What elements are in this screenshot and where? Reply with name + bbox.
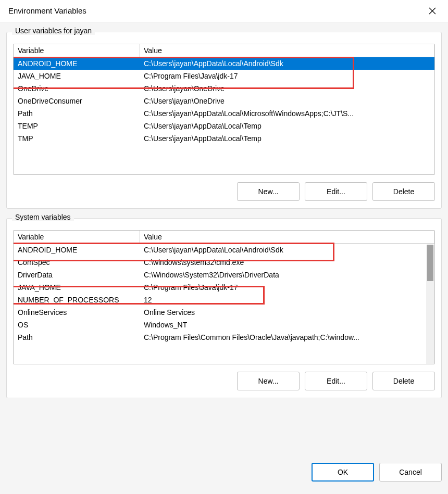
- table-row[interactable]: OneDriveConsumerC:\Users\jayan\OneDrive: [14, 95, 434, 107]
- cell-variable: ComSpec: [14, 256, 140, 269]
- cell-variable: Path: [14, 331, 140, 344]
- close-icon: [429, 7, 436, 15]
- dialog-title: Environment Variables: [8, 6, 86, 15]
- table-row[interactable]: DriverDataC:\Windows\System32\Drivers\Dr…: [14, 269, 434, 281]
- table-row[interactable]: OnlineServicesOnline Services: [14, 306, 434, 319]
- cell-variable: DriverData: [14, 269, 140, 281]
- cell-variable: OneDrive: [14, 82, 140, 95]
- table-row[interactable]: PathC:\Users\jayan\AppData\Local\Microso…: [14, 107, 434, 120]
- cell-variable: TMP: [14, 132, 140, 145]
- system-variables-group: System variables Variable Value ANDROID_…: [6, 218, 442, 398]
- cell-variable: ANDROID_HOME: [14, 244, 140, 256]
- cell-variable: TEMP: [14, 120, 140, 132]
- cell-variable: ANDROID_HOME: [14, 57, 140, 70]
- cell-value: C:\Users\jayan\AppData\Local\Android\Sdk: [140, 244, 434, 256]
- cell-value: C:\Users\jayan\OneDrive: [140, 95, 434, 107]
- system-button-row: New... Edit... Delete: [13, 372, 435, 390]
- table-row[interactable]: OneDriveC:\Users\jayan\OneDrive: [14, 82, 434, 95]
- system-variables-list[interactable]: Variable Value ANDROID_HOMEC:\Users\jaya…: [13, 230, 435, 364]
- cell-variable: OS: [14, 319, 140, 331]
- user-variables-list[interactable]: Variable Value ANDROID_HOMEC:\Users\jaya…: [13, 44, 435, 175]
- table-row[interactable]: NUMBER_OF_PROCESSORS12: [14, 294, 434, 306]
- system-variables-group-label: System variables: [12, 213, 74, 221]
- user-edit-button[interactable]: Edit...: [305, 182, 367, 201]
- column-header-value[interactable]: Value: [140, 44, 434, 57]
- dialog-footer: OK Cancel: [0, 460, 448, 494]
- system-new-button[interactable]: New...: [237, 372, 300, 390]
- dialog-body: User variables for jayan Variable Value …: [0, 22, 448, 460]
- table-row[interactable]: JAVA_HOMEC:\Program Files\Java\jdk-17: [14, 70, 434, 82]
- cell-variable: OnlineServices: [14, 306, 140, 319]
- cell-variable: Path: [14, 107, 140, 120]
- table-row[interactable]: ComSpecC:\windows\system32\cmd.exe: [14, 256, 434, 269]
- cell-value: C:\Users\jayan\AppData\Local\Temp: [140, 132, 434, 145]
- cell-value: C:\Users\jayan\AppData\Local\Microsoft\W…: [140, 107, 434, 120]
- scrollbar-track[interactable]: [426, 245, 434, 364]
- cell-variable: JAVA_HOME: [14, 70, 140, 82]
- titlebar: Environment Variables: [0, 0, 448, 22]
- cell-value: C:\Windows\System32\Drivers\DriverData: [140, 269, 434, 281]
- column-header-value[interactable]: Value: [140, 231, 434, 243]
- cell-value: C:\Users\jayan\AppData\Local\Temp: [140, 120, 434, 132]
- user-button-row: New... Edit... Delete: [13, 182, 435, 201]
- user-variables-group: User variables for jayan Variable Value …: [6, 32, 442, 209]
- cell-value: Windows_NT: [140, 319, 434, 331]
- column-header-variable[interactable]: Variable: [14, 231, 140, 243]
- system-edit-button[interactable]: Edit...: [305, 372, 367, 390]
- cell-value: Online Services: [140, 306, 434, 319]
- cell-value: C:\Program Files\Java\jdk-17: [140, 70, 434, 82]
- ok-button[interactable]: OK: [312, 463, 374, 482]
- scrollbar-thumb[interactable]: [427, 245, 433, 281]
- cell-value: C:\Program Files\Common Files\Oracle\Jav…: [140, 331, 434, 344]
- user-rows: ANDROID_HOMEC:\Users\jayan\AppData\Local…: [14, 57, 434, 145]
- user-new-button[interactable]: New...: [237, 182, 300, 201]
- user-variables-group-label: User variables for jayan: [12, 27, 95, 35]
- cell-value: 12: [140, 294, 434, 306]
- table-row[interactable]: JAVA_HOMEC:\Program Files\Java\jdk-17: [14, 281, 434, 294]
- user-delete-button[interactable]: Delete: [372, 182, 435, 201]
- cell-value: C:\Program Files\Java\jdk-17: [140, 281, 434, 294]
- cell-value: C:\windows\system32\cmd.exe: [140, 256, 434, 269]
- cancel-button[interactable]: Cancel: [379, 463, 442, 482]
- table-row[interactable]: ANDROID_HOMEC:\Users\jayan\AppData\Local…: [14, 57, 434, 70]
- table-row[interactable]: OSWindows_NT: [14, 319, 434, 331]
- system-delete-button[interactable]: Delete: [372, 372, 435, 390]
- list-header: Variable Value: [14, 44, 434, 57]
- table-row[interactable]: PathC:\Program Files\Common Files\Oracle…: [14, 331, 434, 344]
- table-row[interactable]: ANDROID_HOMEC:\Users\jayan\AppData\Local…: [14, 244, 434, 256]
- cell-variable: NUMBER_OF_PROCESSORS: [14, 294, 140, 306]
- list-header: Variable Value: [14, 231, 434, 244]
- cell-value: C:\Users\jayan\OneDrive: [140, 82, 434, 95]
- cell-variable: JAVA_HOME: [14, 281, 140, 294]
- cell-variable: OneDriveConsumer: [14, 95, 140, 107]
- system-rows: ANDROID_HOMEC:\Users\jayan\AppData\Local…: [14, 244, 434, 364]
- table-row[interactable]: TEMPC:\Users\jayan\AppData\Local\Temp: [14, 120, 434, 132]
- close-button[interactable]: [422, 3, 443, 19]
- table-row[interactable]: TMPC:\Users\jayan\AppData\Local\Temp: [14, 132, 434, 145]
- column-header-variable[interactable]: Variable: [14, 44, 140, 57]
- environment-variables-dialog: Environment Variables User variables for…: [0, 0, 448, 494]
- cell-value: C:\Users\jayan\AppData\Local\Android\Sdk: [140, 57, 434, 70]
